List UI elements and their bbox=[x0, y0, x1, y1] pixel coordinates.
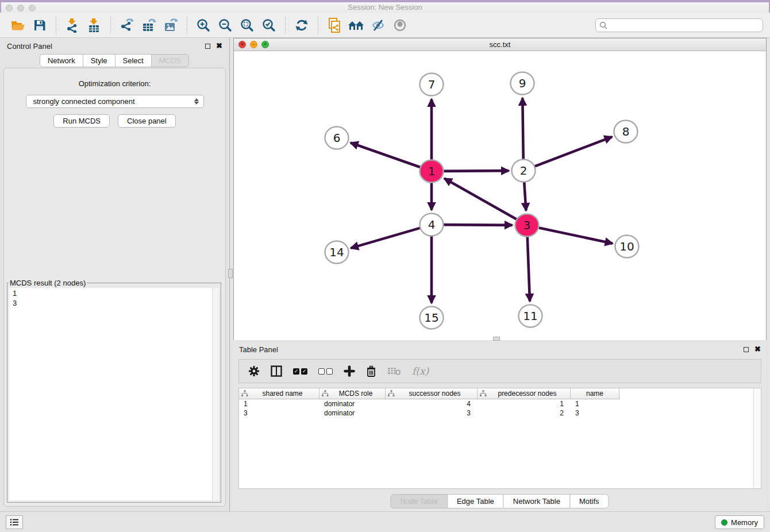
column-header-successor-nodes[interactable]: successor nodes bbox=[386, 388, 478, 399]
minimize-window-icon[interactable] bbox=[17, 5, 24, 11]
graph-edge-4-14[interactable] bbox=[351, 228, 422, 248]
graph-node-3[interactable]: 3 bbox=[515, 214, 539, 237]
graph-node-11[interactable]: 11 bbox=[519, 305, 542, 327]
graph-edge-2-3[interactable] bbox=[524, 180, 526, 210]
graph-node-7[interactable]: 7 bbox=[420, 74, 444, 96]
graph-edge-3-11[interactable] bbox=[528, 234, 530, 301]
control-panel-title: Control Panel bbox=[7, 42, 52, 51]
search-input[interactable] bbox=[610, 21, 759, 29]
graph-edge-1-6[interactable] bbox=[351, 142, 422, 168]
horizontal-splitter-handle[interactable] bbox=[493, 337, 500, 341]
import-table-icon[interactable] bbox=[83, 15, 105, 36]
column-header-mcds-role[interactable]: MCDS role bbox=[319, 388, 386, 399]
task-history-button[interactable] bbox=[6, 515, 23, 529]
table-row[interactable]: 1dominator411 bbox=[239, 399, 761, 408]
graph-node-15[interactable]: 15 bbox=[420, 307, 444, 329]
result-scrollbar[interactable] bbox=[212, 288, 219, 500]
table-settings-gear-icon[interactable] bbox=[248, 365, 260, 377]
table-cell[interactable]: 3 bbox=[239, 409, 319, 417]
network-maximize-icon[interactable]: + bbox=[261, 41, 269, 48]
close-table-panel-icon[interactable]: ✖ bbox=[754, 346, 761, 352]
tab-mcds[interactable]: MCDS bbox=[151, 54, 189, 67]
column-header-predecessor-nodes[interactable]: predecessor nodes bbox=[478, 388, 571, 399]
float-table-panel-icon[interactable] bbox=[744, 347, 749, 352]
tab-select[interactable]: Select bbox=[115, 54, 152, 67]
graph-edge-2-9[interactable] bbox=[522, 98, 523, 161]
import-network-icon[interactable] bbox=[61, 15, 83, 36]
export-network-icon[interactable] bbox=[116, 15, 138, 36]
graph-node-2[interactable]: 2 bbox=[512, 160, 536, 182]
table-cell[interactable]: 3 bbox=[386, 409, 478, 417]
graph-edge-4-3[interactable] bbox=[441, 225, 512, 225]
close-window-icon[interactable] bbox=[6, 5, 13, 11]
toolbar-separator bbox=[56, 17, 56, 34]
export-table-icon[interactable] bbox=[138, 15, 160, 36]
tab-node-table[interactable]: Node Table bbox=[390, 494, 448, 508]
graph-edge-1-2[interactable] bbox=[441, 171, 509, 171]
vertical-splitter-handle[interactable] bbox=[228, 269, 233, 278]
save-session-icon[interactable] bbox=[29, 15, 51, 36]
table-row[interactable]: 3dominator323 bbox=[239, 408, 761, 418]
zoom-selected-icon[interactable] bbox=[258, 15, 280, 36]
network-canvas[interactable]: 1234678910111415 bbox=[234, 51, 766, 340]
add-column-icon[interactable] bbox=[344, 365, 355, 377]
table-scrollbar[interactable] bbox=[753, 388, 761, 488]
graph-node-4[interactable]: 4 bbox=[420, 214, 444, 236]
column-header-shared-name[interactable]: shared name bbox=[239, 388, 319, 399]
network-close-icon[interactable]: ✕ bbox=[238, 41, 246, 48]
graph-edge-2-8[interactable] bbox=[532, 137, 612, 167]
column-type-icon bbox=[322, 390, 329, 397]
table-cell[interactable]: 2 bbox=[478, 409, 571, 417]
memory-label: Memory bbox=[731, 518, 758, 527]
zoom-in-icon[interactable] bbox=[192, 15, 214, 36]
select-all-checkboxes-icon[interactable]: ✓✓ bbox=[293, 368, 307, 375]
graph-node-1[interactable]: 1 bbox=[420, 160, 444, 183]
zoom-out-icon[interactable] bbox=[214, 15, 236, 36]
table-cell[interactable]: 4 bbox=[386, 400, 478, 408]
column-header-name[interactable]: name bbox=[571, 388, 619, 399]
graph-edge-3-10[interactable] bbox=[536, 227, 613, 243]
run-mcds-button[interactable]: Run MCDS bbox=[53, 114, 110, 128]
graph-node-label: 3 bbox=[523, 218, 531, 232]
table-cell[interactable]: 1 bbox=[478, 400, 571, 408]
table-cell[interactable]: 3 bbox=[571, 409, 619, 417]
close-panel-icon[interactable]: ✖ bbox=[216, 43, 222, 49]
deselect-all-checkboxes-icon[interactable] bbox=[318, 368, 333, 375]
tab-edge-table[interactable]: Edge Table bbox=[447, 494, 504, 508]
float-panel-icon[interactable] bbox=[205, 44, 210, 49]
mcds-result-area[interactable]: 13 bbox=[9, 288, 219, 500]
graph-node-label: 15 bbox=[424, 311, 438, 325]
graph-node-6[interactable]: 6 bbox=[325, 127, 349, 149]
hide-selected-icon[interactable] bbox=[367, 15, 389, 36]
table-cell[interactable]: dominator bbox=[319, 400, 386, 408]
tab-style[interactable]: Style bbox=[83, 54, 116, 67]
tab-motifs[interactable]: Motifs bbox=[569, 494, 609, 508]
delete-column-icon[interactable] bbox=[366, 365, 376, 377]
table-cell[interactable]: dominator bbox=[319, 409, 386, 417]
zoom-fit-icon[interactable] bbox=[236, 15, 258, 36]
clone-network-icon[interactable] bbox=[324, 15, 345, 36]
close-panel-button[interactable]: Close panel bbox=[118, 114, 176, 128]
export-image-icon[interactable] bbox=[160, 15, 182, 36]
graph-node-8[interactable]: 8 bbox=[614, 121, 638, 143]
graph-edge-3-1[interactable] bbox=[444, 179, 518, 221]
network-minimize-icon[interactable]: − bbox=[250, 41, 257, 48]
tab-network[interactable]: Network bbox=[40, 54, 83, 67]
search-box[interactable] bbox=[595, 18, 763, 32]
graph-node-10[interactable]: 10 bbox=[615, 236, 639, 258]
split-panel-icon[interactable] bbox=[271, 365, 282, 377]
application-window: Session: New Session bbox=[0, 0, 770, 532]
zoom-window-icon[interactable] bbox=[29, 5, 36, 11]
optimization-criterion-select[interactable]: strongly connected component bbox=[26, 95, 204, 108]
table-cell[interactable]: 1 bbox=[239, 400, 319, 408]
graph-node-14[interactable]: 14 bbox=[325, 241, 349, 264]
table-cell[interactable]: 1 bbox=[571, 400, 619, 408]
refresh-layout-icon[interactable] bbox=[291, 15, 313, 36]
graph-node-9[interactable]: 9 bbox=[511, 72, 534, 95]
home-view-icon[interactable] bbox=[345, 15, 367, 36]
tab-network-table[interactable]: Network Table bbox=[503, 494, 570, 508]
graph-node-label: 9 bbox=[519, 76, 526, 90]
memory-button[interactable]: Memory bbox=[715, 515, 764, 529]
show-all-icon[interactable] bbox=[389, 15, 411, 36]
open-session-icon[interactable] bbox=[7, 15, 29, 36]
